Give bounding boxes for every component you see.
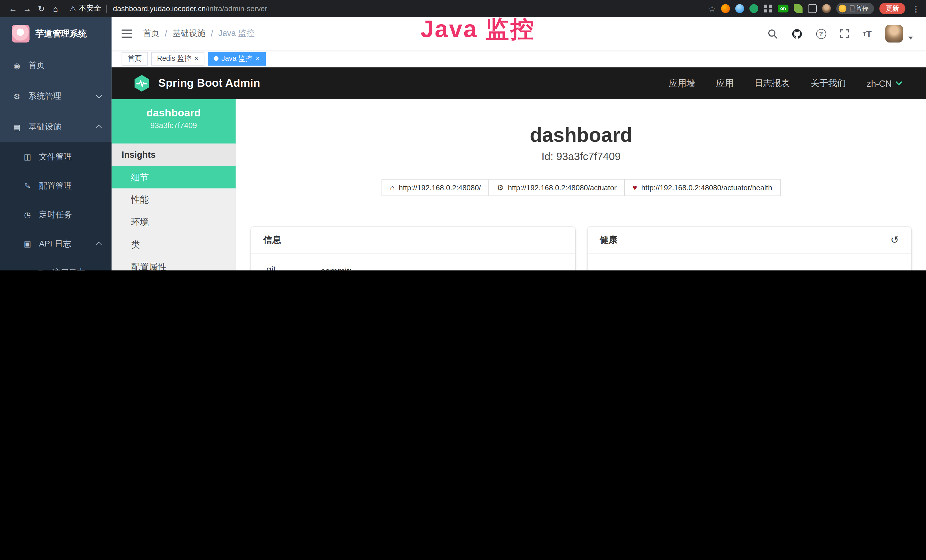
navbar-actions: ? TT xyxy=(767,25,913,42)
sba-nav-applications[interactable]: 应用 xyxy=(716,77,734,89)
git-info-row: git commit: time: 1596289704000 id: 27aa… xyxy=(266,264,560,271)
help-icon[interactable]: ? xyxy=(816,29,826,38)
home-icon: ◉ xyxy=(12,61,22,70)
browser-profile-avatar[interactable] xyxy=(822,4,831,13)
sidebar-item-scheduled-jobs[interactable]: ◷ 定时任务 xyxy=(0,200,112,229)
paused-face-icon xyxy=(839,5,846,12)
history-icon[interactable]: ↺ xyxy=(890,235,899,245)
app-frame: 芋道管理系统 ◉ 首页 ⚙ 系统管理 ▤ 基础设施 ◫ xyxy=(0,17,926,271)
sba-nav-about[interactable]: 关于我们 xyxy=(811,77,846,89)
browser-chrome: ← → ↻ ⌂ ⚠ 不安全 dashboard.yudao.iocoder.cn… xyxy=(0,0,926,17)
chevron-up-icon xyxy=(96,242,102,247)
sba-menu-performance[interactable]: 性能 xyxy=(112,189,236,211)
breadcrumb-separator: / xyxy=(165,29,167,38)
instance-health-row[interactable]: Instance UP xyxy=(602,267,896,271)
tab-label: Java 监控 xyxy=(222,53,253,64)
security-warning-icon: ⚠ xyxy=(70,5,76,13)
breadcrumb-home[interactable]: 首页 xyxy=(143,28,159,39)
extension-icon-blue-drop[interactable] xyxy=(735,4,744,13)
git-row-value: commit: time: 1596289704000 id: 27aa832 … xyxy=(321,264,414,271)
url-host: dashboard.yudao.iocoder.cn xyxy=(113,5,206,13)
spring-boot-admin-logo-icon[interactable] xyxy=(133,74,151,92)
github-icon[interactable] xyxy=(791,28,802,39)
paused-badge-label: 已暂停 xyxy=(849,4,869,13)
paused-extensions-badge[interactable]: 已暂停 xyxy=(836,3,874,14)
service-url-text: http://192.168.0.2:48080/ xyxy=(399,183,481,192)
extension-icon-puzzle[interactable] xyxy=(808,4,817,13)
fullscreen-icon[interactable] xyxy=(840,29,849,38)
instance-header[interactable]: dashboard 93a3fc7f7409 xyxy=(112,99,236,144)
sba-body: dashboard 93a3fc7f7409 Insights 细节 性能 环境… xyxy=(112,99,926,271)
browser-menu-icon[interactable]: ⋮ xyxy=(912,4,920,13)
instance-links: ⌂ http://192.168.0.2:48080/ ⚙ http://192… xyxy=(236,179,926,196)
tab-home[interactable]: 首页 xyxy=(122,51,148,65)
actuator-url-link[interactable]: ⚙ http://192.168.0.2:48080/actuator xyxy=(489,179,625,196)
extension-icon-grid[interactable] xyxy=(764,4,773,13)
git-row-label: git xyxy=(266,264,321,271)
sba-menu-details[interactable]: 细节 xyxy=(112,166,236,189)
sidebar-item-infrastructure[interactable]: ▤ 基础设施 xyxy=(0,112,112,142)
sba-nav-journal[interactable]: 日志报表 xyxy=(754,77,790,89)
card-title: 健康 xyxy=(600,235,617,246)
sba-menu-classes[interactable]: 类 xyxy=(112,233,236,256)
browser-reload-icon[interactable]: ↻ xyxy=(34,4,48,13)
close-icon[interactable]: × xyxy=(194,55,198,62)
browser-back-icon[interactable]: ← xyxy=(6,4,20,13)
sba-menu-config-properties[interactable]: 配置属性 xyxy=(112,256,236,271)
sidebar-item-system-management[interactable]: ⚙ 系统管理 xyxy=(0,81,112,112)
chevron-down-icon xyxy=(896,79,902,85)
tab-java-monitor[interactable]: Java 监控 × xyxy=(208,51,265,65)
extension-icon-green-circle[interactable] xyxy=(749,4,758,13)
app-navbar: 首页 / 基础设施 / Java 监控 ? xyxy=(112,17,926,50)
sidebar-item-label: API 日志 xyxy=(39,239,71,249)
browser-home-icon[interactable]: ⌂ xyxy=(48,4,63,13)
tab-label: Redis 监控 xyxy=(157,53,191,64)
sidebar-item-label: 定时任务 xyxy=(39,209,72,220)
dashboard-cards: 信息 git commit: time: 1596289704000 xyxy=(236,227,926,271)
sidebar-item-label: 首页 xyxy=(28,60,45,71)
chrome-update-button[interactable]: 更新 xyxy=(879,3,905,14)
service-url-link[interactable]: ⌂ http://192.168.0.2:48080/ xyxy=(382,179,489,196)
extension-icon-leaf[interactable] xyxy=(794,4,802,13)
address-divider xyxy=(106,5,107,13)
log-icon: ▣ xyxy=(23,239,33,248)
search-icon[interactable] xyxy=(767,29,778,38)
active-tab-dot-icon xyxy=(214,56,219,61)
hamburger-menu-icon[interactable] xyxy=(122,30,132,38)
breadcrumb-infrastructure[interactable]: 基础设施 xyxy=(172,28,205,39)
address-bar[interactable]: ⚠ 不安全 dashboard.yudao.iocoder.cn/infra/a… xyxy=(70,3,267,14)
font-size-icon[interactable]: TT xyxy=(863,29,872,38)
chevron-down-icon xyxy=(96,92,102,98)
extension-icon-on-badge[interactable]: on xyxy=(778,5,788,12)
user-avatar[interactable] xyxy=(885,25,903,42)
card-title: 信息 xyxy=(263,235,281,246)
sidebar-item-file-management[interactable]: ◫ 文件管理 xyxy=(0,142,112,171)
sidebar-item-api-logs[interactable]: ▣ API 日志 xyxy=(0,229,112,258)
sba-brand-title[interactable]: Spring Boot Admin xyxy=(158,77,260,90)
app-main: 首页 / 基础设施 / Java 监控 ? xyxy=(112,17,926,271)
sba-main: dashboard Id: 93a3fc7f7409 ⌂ http://192.… xyxy=(236,99,926,271)
app-logo xyxy=(12,25,29,42)
health-card: 健康 ↺ Instance UP xyxy=(587,227,911,271)
sba-nav-wallboard[interactable]: 应用墙 xyxy=(669,77,695,89)
sidebar-item-access-logs[interactable]: ▢ 访问日志 xyxy=(0,258,112,271)
sba-menu-environment[interactable]: 环境 xyxy=(112,211,236,233)
health-url-text: http://192.168.0.2:48080/actuator/health xyxy=(642,183,772,192)
bookmark-star-icon[interactable]: ☆ xyxy=(708,4,716,13)
app-logo-row[interactable]: 芋道管理系统 xyxy=(0,17,112,50)
sidebar-item-config-management[interactable]: ✎ 配置管理 xyxy=(0,171,112,200)
info-card: 信息 git commit: time: 1596289704000 xyxy=(251,227,575,271)
browser-toolbar-right: ☆ on 已暂停 更新 ⋮ xyxy=(708,3,920,14)
cards-left-column: 信息 git commit: time: 1596289704000 xyxy=(251,227,575,271)
avatar-caret-icon[interactable] xyxy=(908,36,913,39)
extension-icon-orange[interactable] xyxy=(721,4,730,13)
tab-redis-monitor[interactable]: Redis 监控 × xyxy=(151,51,204,65)
health-url-link[interactable]: ♥ http://192.168.0.2:48080/actuator/heal… xyxy=(624,179,781,196)
instance-title: dashboard xyxy=(236,125,926,145)
health-card-header: 健康 ↺ xyxy=(587,227,911,254)
sidebar-item-home[interactable]: ◉ 首页 xyxy=(0,50,112,81)
close-icon[interactable]: × xyxy=(256,55,260,62)
gear-icon: ⚙ xyxy=(12,92,22,101)
sba-language-select[interactable]: zh-CN xyxy=(867,78,901,88)
browser-forward-icon[interactable]: → xyxy=(20,4,34,13)
